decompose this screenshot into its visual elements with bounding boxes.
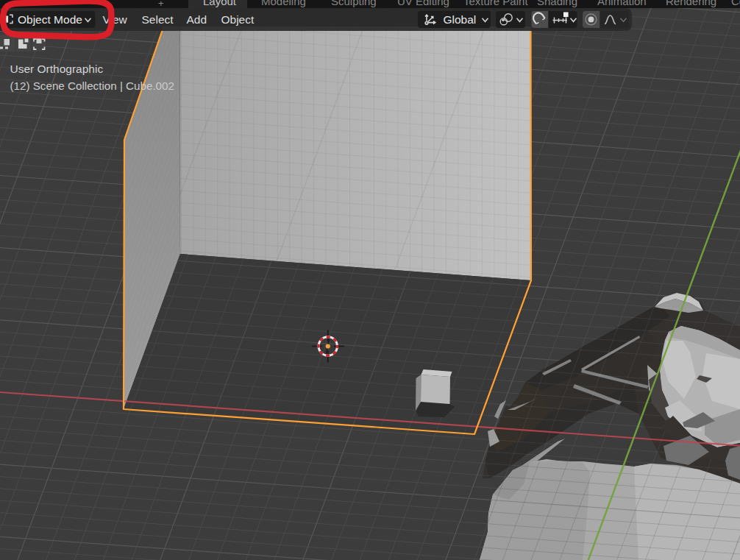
svg-text:Texture Paint: Texture Paint	[463, 0, 528, 7]
svg-text:Global: Global	[444, 13, 477, 26]
svg-text:User Orthographic: User Orthographic	[10, 63, 104, 75]
svg-text:Add: Add	[187, 13, 207, 26]
svg-text:Rendering: Rendering	[666, 0, 716, 7]
svg-text:Select: Select	[142, 13, 174, 26]
svg-text:UV Editing: UV Editing	[397, 0, 449, 7]
svg-text:(12) Scene Collection | Cube.0: (12) Scene Collection | Cube.002	[10, 79, 174, 92]
svg-text:View: View	[103, 13, 128, 26]
svg-text:Layout: Layout	[203, 0, 237, 7]
svg-text:Compositing: Compositing	[731, 0, 740, 7]
svg-text:+: +	[158, 0, 164, 9]
svg-text:Animation: Animation	[597, 0, 647, 7]
svg-text:Object Mode: Object Mode	[18, 13, 82, 26]
svg-text:Shading: Shading	[537, 0, 577, 7]
svg-text:Modeling: Modeling	[261, 0, 306, 7]
svg-text:Object: Object	[221, 13, 255, 26]
svg-text:Sculpting: Sculpting	[331, 0, 377, 7]
